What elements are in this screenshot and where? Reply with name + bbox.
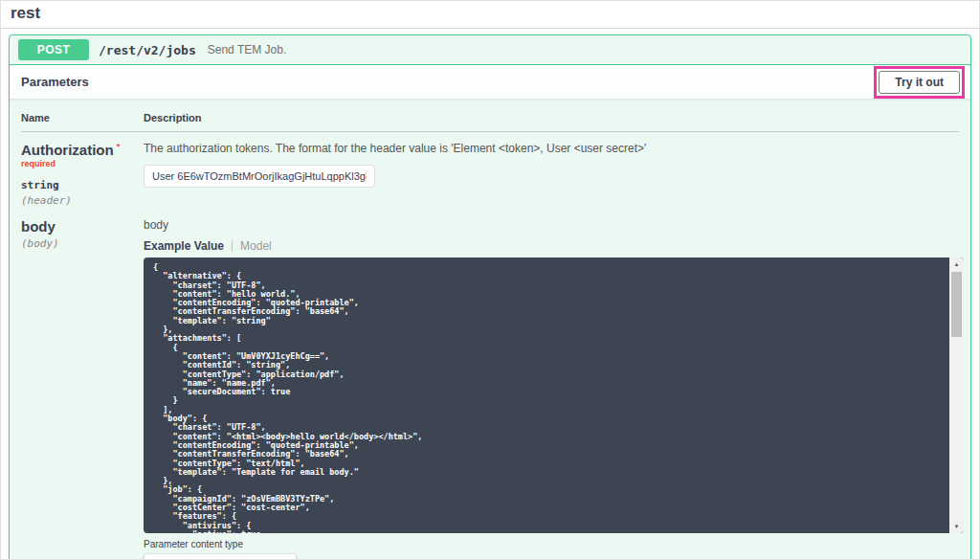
- scroll-up-icon[interactable]: ▲: [949, 258, 964, 271]
- method-badge: POST: [18, 39, 89, 60]
- parameter-row-body: body (body) body Example Value Model { "…: [21, 218, 959, 560]
- parameters-table: Name Description Authorization* required…: [10, 99, 970, 560]
- authorization-param-type: string: [21, 179, 144, 191]
- content-type-selected-value: application/json: [154, 557, 241, 560]
- body-param-name: body: [21, 218, 144, 235]
- opblock-post-jobs: POST /rest/v2/jobs Send TEM Job. Paramet…: [9, 34, 971, 560]
- example-json-code: { "alternative": { "charset": "UTF-8", "…: [144, 258, 964, 533]
- body-param-location: (body): [21, 237, 144, 250]
- authorization-value-input[interactable]: [144, 165, 375, 188]
- scroll-down-icon[interactable]: ▼: [949, 520, 964, 533]
- authorization-description: The authorization tokens. The format for…: [144, 142, 959, 155]
- try-it-out-button[interactable]: Try it out: [879, 71, 960, 94]
- scrollbar-thumb[interactable]: [951, 272, 962, 337]
- body-description: body: [144, 218, 959, 232]
- authorization-param-name: Authorization: [21, 142, 114, 158]
- authorization-name-cell: Authorization* required string (header): [21, 142, 144, 207]
- endpoint-path: /rest/v2/jobs: [99, 43, 196, 57]
- example-value-code-block: { "alternative": { "charset": "UTF-8", "…: [144, 258, 964, 533]
- page-title: rest: [11, 4, 979, 23]
- body-description-cell: body Example Value Model { "alternative"…: [144, 218, 959, 560]
- parameters-table-header: Name Description: [21, 99, 959, 132]
- parameters-section-header: Parameters Try it out: [10, 65, 970, 99]
- name-column-header: Name: [21, 112, 144, 123]
- body-name-cell: body (body): [21, 218, 144, 560]
- authorization-description-cell: The authorization tokens. The format for…: [144, 142, 959, 207]
- title-divider: [1, 28, 979, 29]
- description-column-header: Description: [144, 112, 959, 123]
- tab-example-value[interactable]: Example Value: [144, 239, 224, 253]
- parameter-row-authorization: Authorization* required string (header) …: [21, 142, 959, 207]
- opblock-summary[interactable]: POST /rest/v2/jobs Send TEM Job.: [10, 35, 970, 65]
- tab-divider: [232, 240, 233, 252]
- tab-model[interactable]: Model: [240, 239, 272, 253]
- parameters-title: Parameters: [21, 75, 89, 89]
- content-type-select[interactable]: application/json: [144, 553, 297, 560]
- endpoint-summary: Send TEM Job.: [208, 43, 287, 56]
- body-editor-tabs: Example Value Model: [144, 239, 959, 253]
- authorization-param-location: (header): [21, 194, 144, 207]
- parameter-content-type-label: Parameter content type: [144, 539, 959, 549]
- try-it-out-highlight-box: Try it out: [874, 66, 965, 99]
- swagger-page: rest POST /rest/v2/jobs Send TEM Job. Pa…: [0, 0, 980, 560]
- code-scrollbar[interactable]: ▲ ▼: [949, 258, 964, 533]
